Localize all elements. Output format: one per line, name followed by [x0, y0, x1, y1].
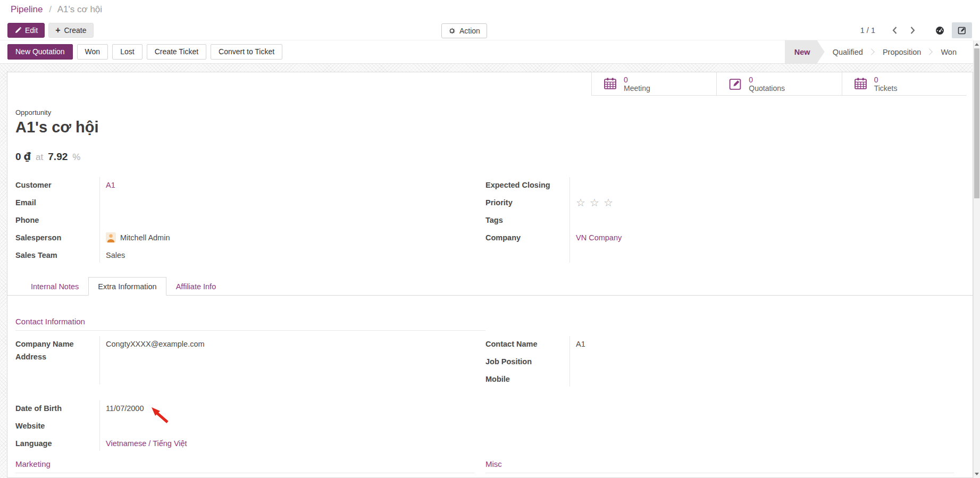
smart-button-tickets[interactable]: 0 Tickets: [842, 72, 967, 95]
field-row-phone: Phone: [15, 211, 485, 229]
pager-next-button[interactable]: [907, 23, 918, 37]
field-label: Contact Name: [485, 340, 569, 348]
quotations-count: 0: [749, 76, 785, 84]
language-value-link[interactable]: Vietnamese / Tiếng Việt: [99, 439, 485, 448]
tab-bar: Internal Notes Extra Information Affilia…: [7, 276, 973, 296]
group-separator-line: [569, 336, 570, 387]
record-buttons: Edit + Create: [7, 23, 94, 38]
star-icon[interactable]: ☆: [604, 196, 617, 209]
currency-symbol: ₫: [24, 150, 31, 162]
sales-team-value: Sales: [99, 251, 485, 259]
kanban-view-button[interactable]: [929, 22, 950, 38]
contact-right-column: Contact Name A1 Job Position Mobile: [485, 335, 965, 452]
field-label: Priority: [485, 198, 569, 207]
field-label: Language: [15, 439, 99, 448]
field-label: Phone: [15, 216, 99, 224]
bottom-sections: Marketing Misc: [15, 459, 965, 473]
field-row-tags: Tags: [485, 211, 965, 229]
form-background: 0 Meeting 0 Quotations 0 Tic: [0, 64, 974, 478]
action-button[interactable]: Action: [441, 23, 487, 38]
tab-content-extra-information: Contact Information Company Name CongtyX…: [7, 317, 973, 473]
gear-icon: [448, 27, 456, 35]
meeting-label: Meeting: [624, 84, 650, 93]
control-panel: Pipeline / A1's cơ hội Edit + Create Act…: [0, 0, 980, 40]
field-label: Date of Birth: [15, 404, 99, 413]
field-label: Sales Team: [15, 251, 99, 259]
create-ticket-button[interactable]: Create Ticket: [147, 44, 206, 60]
lost-button[interactable]: Lost: [112, 44, 142, 60]
statusbar-buttons: New Quotation Won Lost Create Ticket Con…: [7, 44, 282, 60]
star-icon[interactable]: ☆: [576, 196, 590, 209]
new-quotation-button[interactable]: New Quotation: [7, 44, 73, 60]
tab-internal-notes[interactable]: Internal Notes: [21, 277, 88, 296]
smart-button-box: 0 Meeting 0 Quotations 0 Tic: [591, 72, 967, 96]
breadcrumb-pipeline-link[interactable]: Pipeline: [11, 4, 43, 14]
contact-group-personal: Date of Birth 11/07/2000 Website Languag…: [15, 399, 485, 452]
contact-name-value: A1: [569, 340, 965, 348]
dashboard-icon: [935, 26, 944, 35]
tab-extra-information[interactable]: Extra Information: [88, 277, 166, 296]
smart-button-meeting[interactable]: 0 Meeting: [591, 72, 716, 95]
left-field-group: Customer A1 Email Phone Salesperson: [15, 176, 485, 264]
form-view-button[interactable]: [952, 22, 972, 38]
scrollbar-thumb[interactable]: [974, 48, 979, 198]
expected-revenue-value: 0 ₫: [15, 150, 31, 163]
tab-affiliate-info[interactable]: Affiliate Info: [166, 277, 226, 296]
stage-won[interactable]: Won: [933, 40, 965, 63]
scrollbar-up-arrow-icon[interactable]: [975, 43, 979, 46]
field-row-expected-closing: Expected Closing: [485, 176, 965, 194]
quotations-label: Quotations: [749, 84, 785, 93]
breadcrumb-separator: /: [49, 4, 52, 14]
pager-value: 1 / 1: [860, 26, 875, 35]
convert-to-ticket-button[interactable]: Convert to Ticket: [211, 44, 282, 60]
stage-new[interactable]: New: [785, 40, 825, 63]
field-label: Website: [15, 422, 99, 430]
field-row-priority: Priority ☆☆☆: [485, 194, 965, 211]
edit-button-label: Edit: [25, 26, 38, 35]
group-separator-line: [569, 177, 570, 263]
pager-previous-button[interactable]: [889, 23, 900, 37]
section-title-misc: Misc: [485, 459, 954, 473]
date-of-birth-value: 11/07/2000: [99, 404, 485, 413]
action-menu: Action: [441, 23, 487, 38]
create-button[interactable]: + Create: [48, 23, 93, 38]
calendar-icon: [604, 77, 617, 90]
field-row-contact-name: Contact Name A1: [485, 335, 965, 353]
chevron-right-icon: [910, 27, 915, 34]
group-gap: [15, 385, 485, 399]
field-row-website: Website: [15, 417, 485, 434]
salesperson-value[interactable]: Mitchell Admin: [120, 233, 170, 242]
section-title-marketing: Marketing: [15, 459, 475, 473]
pager-area: 1 / 1: [860, 22, 972, 38]
field-label: Tags: [485, 216, 569, 224]
star-icon[interactable]: ☆: [590, 196, 604, 209]
notebook: Internal Notes Extra Information Affilia…: [7, 276, 973, 473]
company-value-link[interactable]: VN Company: [569, 233, 965, 242]
group-separator-line: [99, 177, 100, 263]
field-label: Address: [15, 353, 99, 361]
main-field-groups: Customer A1 Email Phone Salesperson: [15, 176, 965, 264]
vertical-scrollbar[interactable]: [973, 40, 980, 478]
stage-pipeline: New Qualified Proposition Won: [785, 40, 965, 63]
contact-information-grid: Company Name CongtyXXXX@example.com Addr…: [15, 335, 965, 452]
field-row-mobile: Mobile: [485, 370, 965, 388]
right-field-group: Expected Closing Priority ☆☆☆ Tags Compa…: [485, 176, 965, 264]
field-row-company-name: Company Name CongtyXXXX@example.com: [15, 335, 485, 353]
probability-value: 7.92: [48, 151, 68, 163]
contact-group-company: Company Name CongtyXXXX@example.com Addr…: [15, 335, 485, 385]
customer-value-link[interactable]: A1: [99, 181, 485, 189]
view-switcher: [929, 22, 972, 38]
field-label: Mobile: [485, 375, 569, 383]
priority-stars[interactable]: ☆☆☆: [569, 196, 965, 209]
pencil-icon: [14, 27, 21, 34]
smart-button-quotations[interactable]: 0 Quotations: [716, 72, 841, 95]
edit-button[interactable]: Edit: [7, 23, 45, 38]
stage-proposition[interactable]: Proposition: [875, 40, 929, 63]
field-row-job-position: Job Position: [485, 353, 965, 370]
scrollbar-down-arrow-icon[interactable]: [975, 473, 979, 475]
won-button[interactable]: Won: [77, 44, 108, 60]
revenue-line: 0 ₫ at 7.92 %: [15, 150, 965, 163]
group-separator-line: [99, 400, 100, 451]
stage-qualified[interactable]: Qualified: [825, 40, 871, 63]
meeting-count: 0: [624, 76, 650, 84]
